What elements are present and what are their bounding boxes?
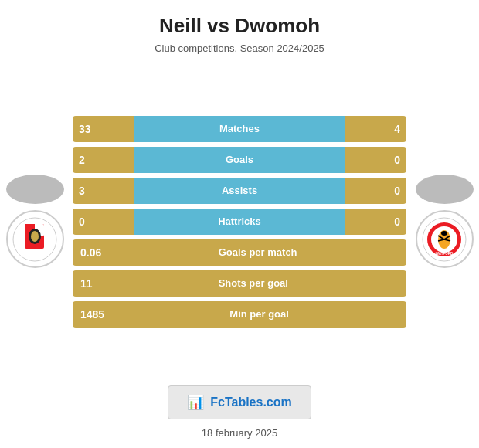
- stat-bar-matches: 33 Matches 4: [73, 116, 406, 142]
- fctables-label: FcTables.com: [210, 395, 292, 409]
- svg-text:SAFC: SAFC: [29, 249, 40, 253]
- stat-label-goals: Goals: [134, 147, 345, 173]
- stat-val-min_per_goal: 1485: [73, 308, 112, 321]
- svg-point-16: [441, 231, 447, 236]
- page-subtitle: Club competitions, Season 2024/2025: [155, 42, 324, 54]
- stat-label-hattricks: Hattricks: [134, 209, 345, 235]
- footer-date: 18 february 2025: [202, 427, 277, 439]
- watford-badge: WATFORD: [416, 210, 474, 268]
- left-top-oval: [6, 175, 64, 204]
- stat-bar-shots_per_goal: 11 Shots per goal: [73, 270, 406, 297]
- stat-left-val-matches: 33: [73, 116, 134, 142]
- left-team-column: SAFC: [0, 175, 70, 268]
- stat-label-matches: Matches: [134, 116, 345, 142]
- fctables-branding: 📊 FcTables.com: [168, 385, 311, 419]
- stat-left-val-assists: 3: [73, 178, 134, 204]
- svg-text:WATFORD: WATFORD: [436, 252, 454, 256]
- stat-label-shots_per_goal: Shots per goal: [100, 277, 406, 289]
- stat-label-goals_per_match: Goals per match: [109, 246, 406, 258]
- stat-row-min_per_goal: 1485 Min per goal: [73, 301, 406, 328]
- stat-val-goals_per_match: 0.06: [73, 246, 109, 259]
- stat-row-goals_per_match: 0.06 Goals per match: [73, 239, 406, 266]
- stat-right-val-goals: 0: [345, 147, 406, 173]
- stat-right-val-matches: 4: [345, 116, 406, 142]
- stat-bar-goals: 2 Goals 0: [73, 147, 406, 173]
- stat-row-matches: 33 Matches 4: [73, 116, 406, 142]
- sunderland-badge: SAFC: [6, 210, 64, 268]
- right-top-oval: [416, 175, 474, 204]
- page-title: Neill vs Dwomoh: [159, 14, 320, 38]
- stat-left-val-goals: 2: [73, 147, 134, 173]
- main-content: SAFC 33 Matches 4: [0, 68, 479, 375]
- stat-row-shots_per_goal: 11 Shots per goal: [73, 270, 406, 297]
- stat-row-assists: 3 Assists 0: [73, 178, 406, 204]
- right-team-column: WATFORD: [409, 175, 479, 268]
- stat-left-val-hattricks: 0: [73, 209, 134, 235]
- stat-row-goals: 2 Goals 0: [73, 147, 406, 173]
- stat-right-val-hattricks: 0: [345, 209, 406, 235]
- comparison-card: Neill vs Dwomoh Club competitions, Seaso…: [0, 0, 479, 448]
- stat-label-min_per_goal: Min per goal: [112, 308, 406, 320]
- stat-right-val-assists: 0: [345, 178, 406, 204]
- stat-bar-hattricks: 0 Hattricks 0: [73, 209, 406, 235]
- fctables-icon: 📊: [187, 394, 204, 411]
- stat-label-assists: Assists: [134, 178, 345, 204]
- stat-row-hattricks: 0 Hattricks 0: [73, 209, 406, 235]
- stats-section: 33 Matches 4 2 Goals: [70, 116, 409, 328]
- svg-point-6: [31, 231, 39, 242]
- stat-val-shots_per_goal: 11: [73, 277, 100, 290]
- stat-bar-goals_per_match: 0.06 Goals per match: [73, 239, 406, 266]
- stat-bar-assists: 3 Assists 0: [73, 178, 406, 204]
- stat-bar-min_per_goal: 1485 Min per goal: [73, 301, 406, 328]
